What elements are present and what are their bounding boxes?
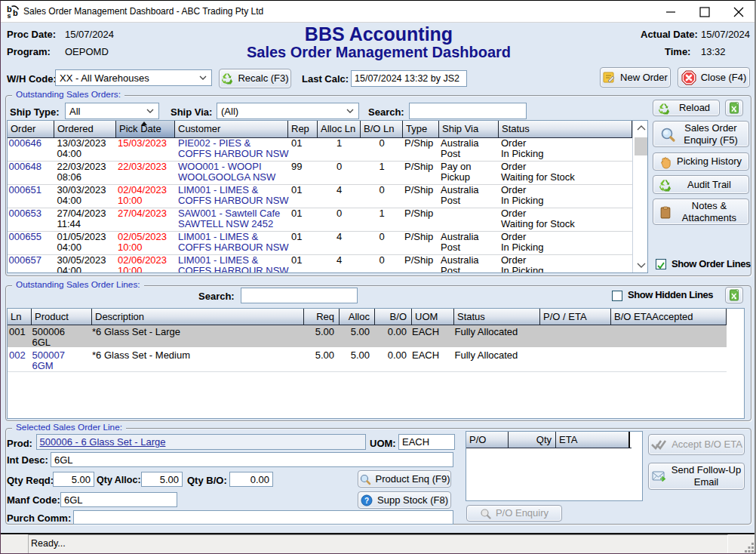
- svg-text:?: ?: [364, 497, 369, 505]
- svg-text:b: b: [13, 8, 18, 17]
- svg-text:s: s: [8, 12, 11, 20]
